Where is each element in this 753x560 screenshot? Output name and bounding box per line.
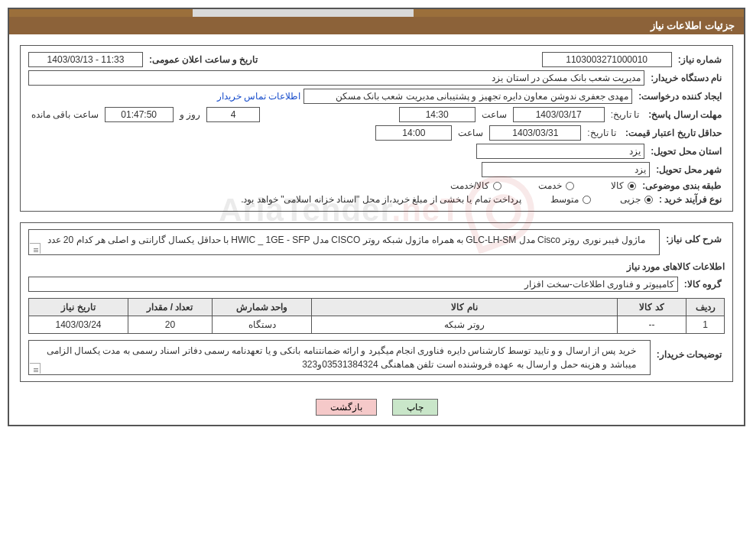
announce-label: تاریخ و ساعت اعلان عمومی: (146, 54, 261, 65)
radio-icon (566, 182, 574, 190)
category-label: طبقه بندی موضوعی: (639, 180, 725, 191)
group-label: گروه کالا: (681, 279, 725, 290)
province-label: استان محل تحویل: (648, 146, 725, 157)
resize-icon (30, 243, 41, 254)
cell-date: 1403/03/24 (29, 316, 128, 334)
buyer-notes-text: خرید پس از ارسال و و تایید توسط کارشناس … (47, 345, 636, 370)
creator-value: مهدی جعفری ندوشن معاون دایره تجهیز و پشت… (303, 89, 632, 104)
group-value: کامپیوتر و فناوری اطلاعات-سخت افزار (28, 277, 678, 292)
radio-icon (628, 182, 636, 190)
radio-icon (644, 196, 653, 204)
overview-text: ماژول فیبر نوری روتر Cisco مدل GLC-LH-SM… (47, 235, 646, 245)
need-detail-section: شرح کلی نیاز: ماژول فیبر نوری روتر Cisco… (20, 222, 733, 382)
th-qty: تعداد / مقدار (128, 299, 213, 316)
page-title: جزئیات اطلاعات نیاز (9, 17, 744, 34)
quote-valid-label: حداقل تاریخ اعتبار قیمت: (622, 128, 725, 138)
hour-label-1: ساعت (479, 109, 510, 120)
days-label: روز و (177, 109, 203, 120)
buyer-org-label: نام دستگاه خریدار: (648, 73, 725, 83)
th-unit: واحد شمارش (213, 299, 312, 316)
until-date-label: تا تاریخ: (608, 109, 643, 120)
deadline-label: مهلت ارسال پاسخ: (645, 109, 725, 120)
resize-icon (30, 363, 41, 374)
need-no-value: 1103003271000010 (542, 52, 672, 67)
need-info-section: شماره نیاز: 1103003271000010 تاریخ و ساع… (20, 45, 733, 212)
header-strip (9, 9, 744, 17)
deadline-time: 14:30 (399, 107, 475, 122)
cell-unit: دستگاه (213, 316, 312, 334)
buyer-org-value: مدیریت شعب بانک مسکن در استان یزد (28, 70, 644, 86)
payment-note: پرداخت تمام یا بخشی از مبلغ خرید،از محل … (241, 194, 521, 205)
radio-service[interactable]: خدمت (538, 180, 574, 191)
cell-row: 1 (686, 316, 725, 334)
days-left: 4 (206, 107, 260, 122)
buyer-notes-textarea[interactable]: خرید پس از ارسال و و تایید توسط کارشناس … (28, 340, 651, 375)
items-table: ردیف کد کالا نام کالا واحد شمارش تعداد /… (28, 298, 725, 334)
radio-medium[interactable]: متوسط (550, 194, 591, 205)
remain-label: ساعت باقی مانده (28, 109, 102, 120)
table-row: 1 -- روتر شبکه دستگاه 20 1403/03/24 (29, 316, 725, 334)
buttons-row: چاپ بازگشت (9, 393, 744, 425)
city-value: یزد (482, 162, 650, 177)
table-header-row: ردیف کد کالا نام کالا واحد شمارش تعداد /… (29, 299, 725, 316)
need-no-label: شماره نیاز: (675, 54, 725, 65)
overview-textarea[interactable]: ماژول فیبر نوری روتر Cisco مدل GLC-LH-SM… (28, 229, 660, 255)
cell-name: روتر شبکه (312, 316, 618, 334)
main-panel: جزئیات اطلاعات نیاز شماره نیاز: 11030032… (8, 8, 745, 426)
overview-label: شرح کلی نیاز: (663, 229, 725, 244)
quote-time: 14:00 (375, 125, 452, 141)
radio-icon (493, 182, 501, 190)
radio-small[interactable]: جزیی (620, 194, 653, 205)
radio-goods[interactable]: کالا (611, 180, 636, 191)
province-value: یزد (476, 144, 644, 159)
contact-link[interactable]: اطلاعات تماس خریدار (217, 91, 301, 102)
countdown: 01:47:50 (105, 107, 174, 122)
city-label: شهر محل تحویل: (653, 164, 725, 175)
th-row: ردیف (686, 299, 725, 316)
cell-qty: 20 (128, 316, 213, 334)
announce-value: 11:33 - 1403/03/13 (28, 52, 143, 67)
until-date-label-2: تا تاریخ: (584, 128, 619, 138)
buyer-notes-label: توضیحات خریدار: (654, 340, 725, 360)
th-date: تاریخ نیاز (29, 299, 128, 316)
creator-label: ایجاد کننده درخواست: (635, 91, 725, 102)
purchase-type-label: نوع فرآیند خرید : (656, 194, 725, 205)
th-name: نام کالا (312, 299, 618, 316)
deadline-date: 1403/03/17 (513, 107, 605, 122)
hour-label-2: ساعت (455, 128, 486, 138)
cell-code: -- (618, 316, 686, 334)
quote-date: 1403/03/31 (489, 125, 581, 141)
items-title: اطلاعات کالاهای مورد نیاز (28, 261, 725, 272)
back-button[interactable]: بازگشت (316, 399, 377, 416)
th-code: کد کالا (618, 299, 686, 316)
radio-icon (583, 196, 591, 204)
print-button[interactable]: چاپ (392, 399, 438, 416)
radio-goods-service[interactable]: کالا/خدمت (450, 180, 501, 191)
